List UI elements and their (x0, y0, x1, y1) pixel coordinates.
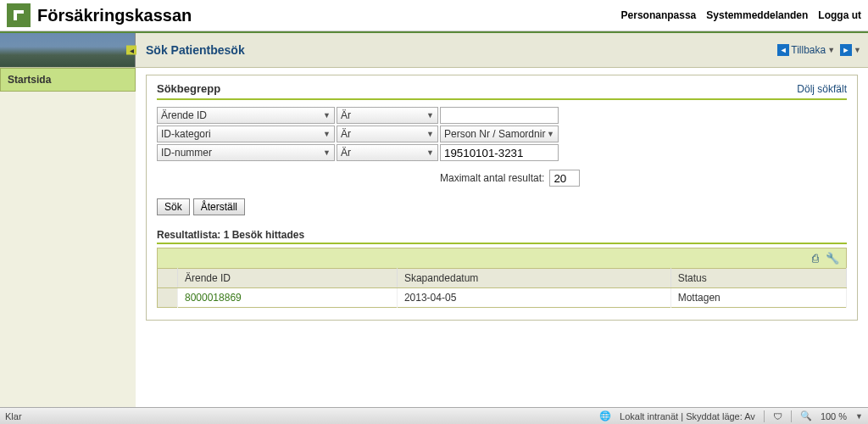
chevron-down-icon: ▼ (547, 130, 554, 138)
arende-id-link[interactable]: 8000018869 (185, 292, 242, 304)
chevron-down-icon: ▼ (323, 148, 331, 157)
field-select-arende-id[interactable]: Ärende ID▼ (157, 107, 335, 124)
app-header: Försäkringskassan Personanpassa Systemme… (0, 0, 868, 31)
export-icon[interactable]: ⎙ (812, 252, 819, 265)
col-status[interactable]: Status (670, 269, 846, 288)
results-toolbar: ⎙ 🔧 (157, 248, 847, 268)
chevron-down-icon: ▼ (426, 130, 434, 138)
chevron-down-icon: ▼ (323, 111, 331, 120)
value-input-id-nummer[interactable] (440, 144, 559, 161)
personalize-link[interactable]: Personanpassa (621, 9, 697, 21)
sidebar-item-home[interactable]: Startsida (0, 68, 136, 92)
brand-name: Försäkringskassan (37, 6, 192, 25)
chevron-down-icon[interactable]: ▼ (855, 412, 863, 421)
results-heading: Resultatlista: 1 Besök hittades (157, 229, 847, 244)
col-arende-id[interactable]: Ärende ID (178, 269, 398, 288)
zoom-icon[interactable]: 🔍 (800, 410, 812, 421)
forward-button[interactable]: ► ▼ (840, 44, 861, 56)
arrow-left-icon: ◄ (777, 44, 789, 56)
brand-logo-icon (7, 3, 31, 27)
row-select[interactable] (158, 288, 178, 308)
status-bar: Klar 🌐 Lokalt intranät | Skyddat läge: A… (0, 407, 868, 424)
chevron-down-icon: ▼ (323, 130, 331, 138)
cell-created: 2013-04-05 (397, 288, 670, 308)
value-input-arende-id[interactable] (440, 107, 559, 124)
search-row-id-nummer: ID-nummer▼ Är▼ (157, 144, 847, 161)
search-row-id-kategori: ID-kategori▼ Är▼ Person Nr / Samordnir▼ (157, 126, 847, 142)
field-select-id-kategori[interactable]: ID-kategori▼ (157, 126, 335, 142)
nav-actions: ◄ Tillbaka ▼ ► ▼ (777, 44, 868, 56)
brand: Försäkringskassan (7, 3, 192, 27)
sidebar: Startsida (0, 68, 136, 414)
max-results-label: Maximalt antal resultat: (440, 172, 544, 184)
system-messages-link[interactable]: Systemmeddelanden (706, 9, 808, 21)
max-results-input[interactable] (549, 170, 580, 187)
col-select (158, 269, 178, 288)
hide-search-link[interactable]: Dölj sökfält (797, 83, 847, 95)
search-heading: Sökbegrepp (157, 82, 220, 95)
zoom-level: 100 % (821, 411, 847, 421)
protected-mode-icon[interactable]: 🛡 (773, 411, 782, 421)
operator-select[interactable]: Är▼ (337, 144, 438, 161)
chevron-down-icon: ▼ (426, 111, 434, 120)
search-panel: Sökbegrepp Dölj sökfält Ärende ID▼ Är▼ I… (146, 75, 858, 321)
field-select-id-nummer[interactable]: ID-nummer▼ (157, 144, 335, 161)
chevron-down-icon: ▼ (426, 148, 434, 157)
value-select-id-kategori[interactable]: Person Nr / Samordnir▼ (440, 126, 559, 142)
status-text: Klar (5, 411, 22, 421)
chevron-down-icon: ▼ (827, 46, 835, 54)
results-table: Ärende ID Skapandedatum Status 800001886… (157, 268, 847, 308)
chevron-down-icon: ▼ (854, 46, 861, 54)
settings-icon[interactable]: 🔧 (826, 252, 839, 265)
search-row-arende-id: Ärende ID▼ Är▼ (157, 107, 847, 124)
max-results-row: Maximalt antal resultat: (440, 170, 847, 187)
operator-select[interactable]: Är▼ (337, 126, 438, 142)
title-bar: Sök Patientbesök ◄ Tillbaka ▼ ► ▼ (0, 31, 868, 68)
arrow-right-icon: ► (840, 44, 852, 56)
col-skapandedatum[interactable]: Skapandedatum (397, 269, 670, 288)
operator-select[interactable]: Är▼ (337, 107, 438, 124)
banner-image (0, 33, 136, 67)
security-zone: Lokalt intranät | Skyddat läge: Av (620, 411, 755, 421)
page-title: Sök Patientbesök (136, 43, 255, 57)
globe-icon: 🌐 (599, 410, 611, 421)
main-content: Sökbegrepp Dölj sökfält Ärende ID▼ Är▼ I… (136, 68, 868, 414)
cell-status: Mottagen (670, 288, 846, 308)
reset-button[interactable]: Återställ (193, 198, 245, 215)
back-button[interactable]: ◄ Tillbaka ▼ (777, 44, 835, 56)
search-button[interactable]: Sök (157, 198, 190, 215)
svg-rect-0 (11, 8, 26, 23)
table-row[interactable]: 8000018869 2013-04-05 Mottagen (158, 288, 847, 308)
logout-link[interactable]: Logga ut (818, 9, 861, 21)
top-links: Personanpassa Systemmeddelanden Logga ut (621, 9, 861, 21)
